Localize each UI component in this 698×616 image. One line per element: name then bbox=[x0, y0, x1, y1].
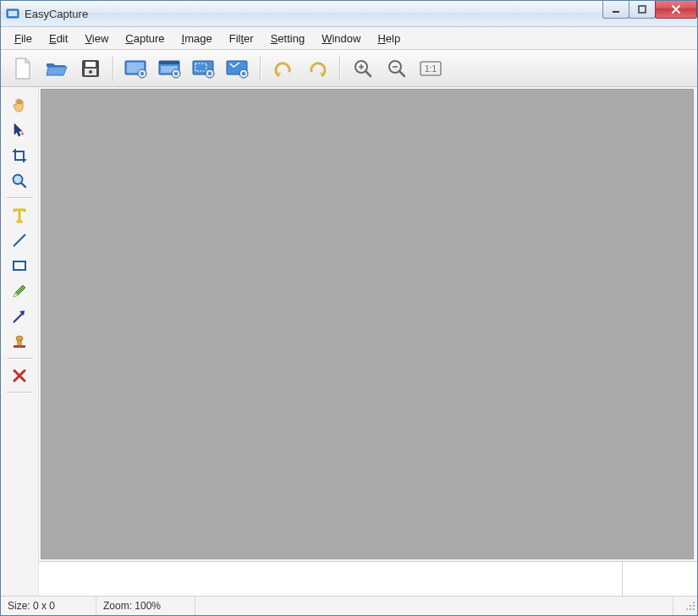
svg-point-7 bbox=[89, 70, 92, 74]
redo-icon bbox=[306, 59, 328, 78]
toolbar-separator bbox=[113, 56, 114, 81]
menu-file-rest: ile bbox=[21, 32, 32, 45]
menu-setting[interactable]: Setting bbox=[262, 30, 313, 47]
svg-rect-1 bbox=[8, 11, 17, 16]
app-icon bbox=[6, 7, 19, 20]
menu-edit-rest: dit bbox=[57, 32, 69, 45]
pointer-icon bbox=[12, 122, 27, 139]
svg-text:1:1: 1:1 bbox=[425, 64, 437, 74]
svg-point-16 bbox=[174, 71, 178, 74]
zoom-in-icon bbox=[353, 58, 373, 79]
toolbar-separator bbox=[260, 56, 261, 81]
status-zoom: Zoom: 100% bbox=[96, 597, 195, 615]
menu-view-rest: iew bbox=[92, 32, 109, 45]
menu-view[interactable]: View bbox=[76, 30, 117, 47]
new-button[interactable] bbox=[8, 54, 38, 83]
pointer-tool[interactable] bbox=[5, 118, 34, 143]
text-icon bbox=[12, 206, 27, 223]
lower-panel-side bbox=[623, 562, 697, 596]
one-to-one-icon: 1:1 bbox=[419, 59, 442, 78]
delete-tool[interactable] bbox=[5, 363, 34, 388]
svg-point-23 bbox=[242, 71, 245, 74]
minimize-button[interactable] bbox=[602, 1, 629, 19]
folder-open-icon bbox=[45, 58, 69, 79]
tool-palette bbox=[1, 87, 39, 596]
crop-tool[interactable] bbox=[5, 143, 34, 168]
line-icon bbox=[11, 232, 28, 249]
delete-icon bbox=[13, 369, 26, 382]
svg-point-34 bbox=[693, 605, 695, 607]
new-file-icon bbox=[12, 57, 34, 80]
svg-point-33 bbox=[693, 608, 695, 610]
maximize-button[interactable] bbox=[629, 1, 656, 19]
svg-point-37 bbox=[690, 605, 691, 607]
grip-icon bbox=[685, 601, 695, 611]
fullscreen-capture-icon bbox=[124, 58, 149, 79]
rectangle-tool[interactable] bbox=[5, 253, 34, 278]
zoom-tool[interactable] bbox=[5, 168, 34, 194]
arrow-icon bbox=[11, 308, 28, 325]
main-toolbar: 1:1 bbox=[1, 50, 697, 87]
undo-button[interactable] bbox=[268, 54, 299, 83]
lower-panel bbox=[39, 561, 697, 596]
svg-point-20 bbox=[208, 71, 212, 74]
stamp-tool[interactable] bbox=[5, 329, 34, 355]
toolbar-separator bbox=[339, 56, 341, 81]
text-tool[interactable] bbox=[5, 202, 34, 228]
app-window: EasyCapture File Edit View Capture Image… bbox=[0, 0, 698, 616]
menu-help[interactable]: Help bbox=[369, 30, 409, 47]
line-tool[interactable] bbox=[5, 228, 34, 253]
crop-icon bbox=[11, 147, 28, 164]
palette-separator bbox=[7, 197, 32, 199]
close-button[interactable] bbox=[655, 1, 697, 19]
menu-filter-rest: er bbox=[244, 32, 254, 45]
redo-button[interactable] bbox=[302, 54, 333, 83]
arrow-tool[interactable] bbox=[5, 304, 34, 329]
menu-window[interactable]: Window bbox=[313, 30, 369, 47]
menu-help-rest: elp bbox=[386, 32, 400, 45]
capture-fullscreen-button[interactable] bbox=[121, 54, 151, 83]
window-capture-icon bbox=[157, 58, 183, 79]
menu-capture[interactable]: Capture bbox=[117, 30, 173, 47]
zoom-out-icon bbox=[387, 58, 407, 79]
capture-region-button[interactable] bbox=[189, 54, 219, 83]
zoom-actual-button[interactable]: 1:1 bbox=[415, 54, 446, 83]
palette-separator bbox=[7, 392, 32, 393]
menu-filter[interactable]: Filter bbox=[221, 30, 262, 47]
scroll-capture-icon bbox=[225, 58, 250, 79]
svg-point-36 bbox=[693, 602, 695, 603]
menu-edit[interactable]: Edit bbox=[41, 30, 76, 47]
menu-file[interactable]: File bbox=[6, 30, 41, 47]
resize-grip[interactable] bbox=[673, 597, 697, 615]
menu-filter-pre: Fil bbox=[229, 32, 241, 45]
palette-separator bbox=[7, 358, 32, 360]
workspace bbox=[1, 87, 697, 596]
svg-rect-5 bbox=[85, 62, 96, 67]
svg-point-38 bbox=[686, 608, 688, 610]
capture-window-button[interactable] bbox=[155, 54, 185, 83]
capture-scroll-button[interactable] bbox=[223, 54, 253, 83]
save-button[interactable] bbox=[75, 54, 106, 83]
menu-window-rest: indow bbox=[332, 32, 360, 45]
canvas-area[interactable] bbox=[41, 89, 694, 559]
canvas-wrap bbox=[39, 87, 697, 596]
menu-setting-rest: etting bbox=[278, 32, 305, 45]
title-bar: EasyCapture bbox=[1, 1, 697, 27]
stamp-icon bbox=[12, 333, 27, 350]
zoom-out-button[interactable] bbox=[382, 54, 412, 83]
status-bar: Size: 0 x 0 Zoom: 100% bbox=[1, 596, 697, 615]
svg-rect-2 bbox=[613, 11, 619, 13]
region-capture-icon bbox=[191, 58, 217, 79]
rectangle-icon bbox=[11, 258, 28, 273]
menu-capture-rest: apture bbox=[134, 32, 165, 45]
zoom-in-button[interactable] bbox=[348, 54, 378, 83]
open-button[interactable] bbox=[41, 54, 72, 83]
pencil-tool[interactable] bbox=[5, 278, 34, 304]
window-controls bbox=[603, 1, 697, 18]
hand-icon bbox=[11, 96, 28, 113]
svg-rect-3 bbox=[639, 6, 646, 13]
hand-tool[interactable] bbox=[5, 92, 34, 118]
window-title: EasyCapture bbox=[25, 8, 88, 20]
menu-image[interactable]: Image bbox=[173, 30, 221, 47]
svg-rect-30 bbox=[14, 345, 25, 348]
